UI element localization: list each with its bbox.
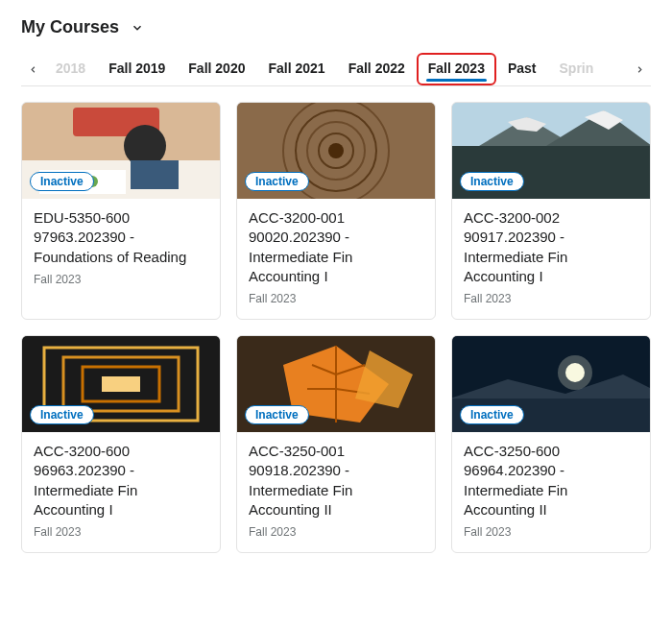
status-badge: Inactive — [245, 172, 309, 191]
tab-fall-2019[interactable]: Fall 2019 — [97, 53, 177, 85]
tab-fall-2023[interactable]: Fall 2023 — [417, 53, 496, 85]
status-badge: Inactive — [460, 172, 524, 191]
course-title: ACC-3250-001 90918.202390 - Intermediate… — [249, 442, 423, 519]
svg-rect-4 — [131, 160, 179, 189]
term-tabs: 2018Fall 2019Fall 2020Fall 2021Fall 2022… — [21, 53, 651, 86]
header-dropdown-chevron[interactable] — [131, 21, 144, 35]
status-badge: Inactive — [460, 405, 524, 424]
course-card[interactable]: InactiveACC-3250-001 90918.202390 - Inte… — [236, 335, 436, 553]
page-header: My Courses — [21, 17, 651, 37]
course-thumbnail: Inactive — [237, 336, 435, 432]
course-card[interactable]: InactiveEDU-5350-600 97963.202390 - Foun… — [21, 102, 221, 320]
tabs-prev-button[interactable] — [21, 58, 44, 81]
course-card-body: ACC-3250-001 90918.202390 - Intermediate… — [237, 432, 435, 552]
course-card-body: EDU-5350-600 97963.202390 - Foundations … — [22, 199, 220, 300]
course-title: ACC-3200-600 96963.202390 - Intermediate… — [34, 442, 208, 519]
course-card-body: ACC-3200-001 90020.202390 - Intermediate… — [237, 199, 435, 319]
course-card-body: ACC-3250-600 96964.202390 - Intermediate… — [452, 432, 650, 552]
course-card-body: ACC-3200-002 90917.202390 - Intermediate… — [452, 199, 650, 319]
course-thumbnail: Inactive — [22, 336, 220, 432]
course-term: Fall 2023 — [464, 525, 638, 539]
course-term: Fall 2023 — [464, 292, 638, 305]
tabs-next-button[interactable] — [628, 58, 651, 81]
tab-sprin[interactable]: Sprin — [548, 53, 606, 85]
course-thumbnail: Inactive — [452, 103, 650, 199]
tab-fall-2020[interactable]: Fall 2020 — [177, 53, 256, 85]
course-title: ACC-3250-600 96964.202390 - Intermediate… — [464, 442, 638, 519]
tab-2018[interactable]: 2018 — [44, 53, 97, 85]
course-title: ACC-3200-001 90020.202390 - Intermediate… — [249, 208, 423, 286]
tab-past[interactable]: Past — [496, 53, 548, 85]
course-card[interactable]: InactiveACC-3200-002 90917.202390 - Inte… — [451, 102, 651, 320]
course-grid: InactiveEDU-5350-600 97963.202390 - Foun… — [21, 102, 651, 553]
course-title: ACC-3200-002 90917.202390 - Intermediate… — [464, 208, 638, 286]
tabs-scroll: 2018Fall 2019Fall 2020Fall 2021Fall 2022… — [44, 53, 628, 85]
course-thumbnail: Inactive — [237, 103, 435, 199]
course-term: Fall 2023 — [249, 292, 423, 305]
svg-point-30 — [558, 355, 592, 390]
tab-fall-2022[interactable]: Fall 2022 — [337, 53, 417, 85]
status-badge: Inactive — [30, 405, 94, 424]
svg-rect-24 — [102, 376, 140, 392]
svg-point-13 — [328, 143, 344, 158]
tab-fall-2021[interactable]: Fall 2021 — [256, 53, 336, 85]
course-term: Fall 2023 — [34, 273, 208, 286]
course-card[interactable]: InactiveACC-3200-600 96963.202390 - Inte… — [21, 335, 221, 553]
course-thumbnail: Inactive — [22, 103, 220, 199]
status-badge: Inactive — [30, 172, 94, 191]
course-term: Fall 2023 — [34, 525, 208, 539]
course-card[interactable]: InactiveACC-3250-600 96964.202390 - Inte… — [451, 335, 651, 553]
course-title: EDU-5350-600 97963.202390 - Foundations … — [34, 208, 208, 267]
course-thumbnail: Inactive — [452, 336, 650, 432]
page-title: My Courses — [21, 17, 119, 37]
course-term: Fall 2023 — [249, 525, 423, 539]
status-badge: Inactive — [245, 405, 309, 424]
course-card[interactable]: InactiveACC-3200-001 90020.202390 - Inte… — [236, 102, 436, 320]
course-card-body: ACC-3200-600 96963.202390 - Intermediate… — [22, 432, 220, 552]
